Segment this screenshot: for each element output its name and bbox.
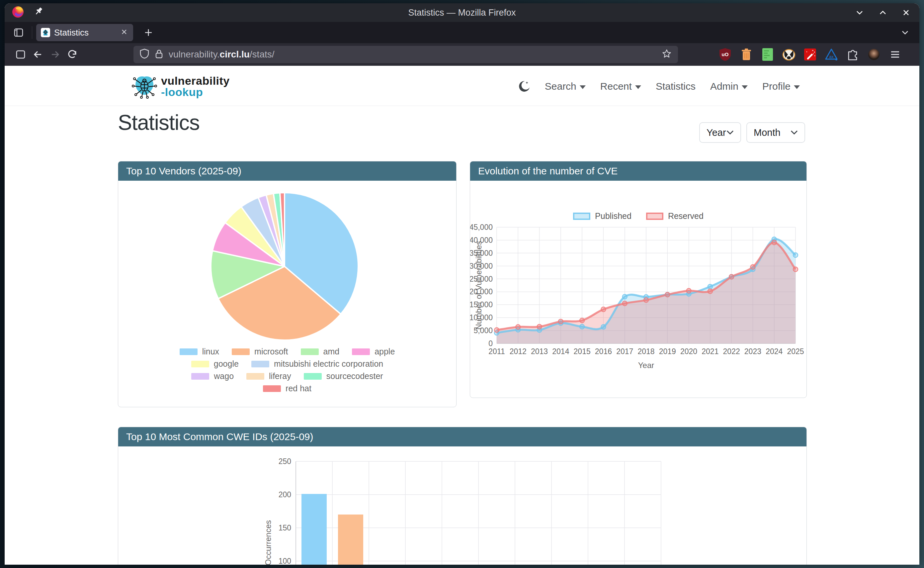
chevron-down-icon <box>791 130 798 135</box>
legend-item-amd[interactable]: amd <box>301 347 340 357</box>
legend-swatch <box>191 361 209 367</box>
maximize-button[interactable] <box>876 6 889 19</box>
minimize-button[interactable] <box>853 6 866 19</box>
card-top-cwe: Top 10 Most Common CWE IDs (2025-09) 250… <box>118 427 807 565</box>
card-top-vendors-title: Top 10 Vendors (2025-09) <box>118 162 456 181</box>
month-select[interactable]: Month <box>746 122 805 143</box>
bookmark-star-icon[interactable] <box>662 48 672 60</box>
page-title: Statistics <box>118 110 199 135</box>
new-tab-button[interactable] <box>140 24 157 41</box>
nav-item-recent[interactable]: Recent <box>600 81 641 92</box>
svg-text:2023: 2023 <box>745 347 761 356</box>
svg-text:2015: 2015 <box>574 347 591 356</box>
legend-item-microsoft[interactable]: microsoft <box>232 347 288 357</box>
red-wand-extension-icon[interactable] <box>803 47 817 62</box>
reload-button[interactable] <box>64 47 81 62</box>
legend-swatch <box>179 349 197 355</box>
caret-down-icon <box>742 85 748 89</box>
svg-text:2024: 2024 <box>766 347 782 356</box>
svg-text:2011: 2011 <box>488 347 505 356</box>
legend-label: liferay <box>269 372 291 381</box>
sidebar-toggle-icon[interactable] <box>12 47 29 62</box>
sidebar-launcher-icon[interactable] <box>10 24 27 41</box>
svg-text:2018: 2018 <box>638 347 654 356</box>
svg-text:ax: ax <box>829 54 834 59</box>
svg-text:2012: 2012 <box>509 347 526 356</box>
legend-item-apple[interactable]: apple <box>352 347 395 357</box>
bar-cwe-1 <box>301 494 327 565</box>
account-avatar[interactable] <box>867 47 881 62</box>
svg-text:2020: 2020 <box>680 347 697 356</box>
page-content: vulnerability -lookup SearchRecentStatis… <box>5 66 919 565</box>
legend-item-google[interactable]: google <box>191 359 239 369</box>
cve-chart-legend: PublishedReserved <box>470 211 806 221</box>
legend-label: apple <box>374 347 395 357</box>
caret-down-icon <box>580 85 586 89</box>
card-top-cwe-title: Top 10 Most Common CWE IDs (2025-09) <box>118 427 806 446</box>
legend-label: linux <box>202 347 219 357</box>
theme-toggle-moon-icon[interactable] <box>518 80 530 93</box>
legend-label: microsoft <box>254 347 288 357</box>
svg-text:Year: Year <box>638 361 654 370</box>
privacy-badger-icon[interactable] <box>782 47 796 62</box>
list-all-tabs-button[interactable] <box>900 22 910 43</box>
trash-extension-icon[interactable] <box>739 47 754 62</box>
svg-text:Number of Vulnerabilities: Number of Vulnerabilities <box>474 241 483 329</box>
legend-item-sourcecodester[interactable]: sourcecodester <box>304 372 383 381</box>
legend-swatch <box>573 213 590 220</box>
svg-text:2019: 2019 <box>659 347 676 356</box>
ublock-origin-icon[interactable]: uO <box>718 47 733 62</box>
forward-button[interactable] <box>47 47 64 62</box>
site-logo[interactable]: vulnerability -lookup <box>131 73 230 100</box>
nav-item-admin[interactable]: Admin <box>710 81 748 92</box>
legend-item-red-hat[interactable]: red hat <box>263 384 311 393</box>
app-menu-hamburger-icon[interactable] <box>888 47 903 62</box>
nav-item-statistics[interactable]: Statistics <box>656 81 696 92</box>
legend-item-mitsubishi-electric-corporation[interactable]: mitsubishi electric corporation <box>251 359 383 369</box>
puzzle-extensions-icon[interactable] <box>845 47 860 62</box>
green-notes-extension-icon[interactable] <box>760 47 775 62</box>
firefox-logo-icon <box>11 5 24 20</box>
tab-divider <box>32 26 32 39</box>
site-header: vulnerability -lookup SearchRecentStatis… <box>131 70 800 102</box>
caret-down-icon <box>635 85 641 89</box>
legend-swatch <box>301 349 319 355</box>
pin-icon[interactable] <box>33 6 44 19</box>
vendors-pie-legend: linuxmicrosoftamdapplegooglemitsubishi e… <box>118 347 456 393</box>
url-bar[interactable]: vulnerability.circl.lu/stats/ <box>133 46 678 63</box>
legend-item-reserved[interactable]: Reserved <box>646 211 704 221</box>
year-select[interactable]: Year <box>699 122 741 143</box>
nav-item-profile[interactable]: Profile <box>762 81 800 92</box>
svg-text:2014: 2014 <box>552 347 569 356</box>
window-titlebar: Statistics — Mozilla Firefox <box>5 3 919 22</box>
legend-label: wago <box>214 372 234 381</box>
legend-swatch <box>263 385 281 392</box>
legend-swatch <box>251 361 269 367</box>
legend-label: red hat <box>285 384 311 393</box>
legend-label: Published <box>595 211 632 221</box>
tracking-protection-shield-icon[interactable] <box>139 48 149 60</box>
svg-text:250: 250 <box>279 457 291 466</box>
tab-statistics[interactable]: Statistics <box>36 24 133 41</box>
legend-swatch <box>646 213 663 220</box>
tab-bar: Statistics <box>5 22 919 43</box>
svg-text:0: 0 <box>488 339 493 348</box>
card-cve-evolution: Evolution of the number of CVE Published… <box>470 161 807 398</box>
chevron-down-icon <box>727 130 734 135</box>
legend-item-liferay[interactable]: liferay <box>246 372 291 381</box>
site-logo-text: vulnerability -lookup <box>161 75 230 98</box>
legend-label: google <box>214 359 239 369</box>
tab-close-icon[interactable] <box>120 27 128 38</box>
back-button[interactable] <box>29 47 47 62</box>
legend-item-linux[interactable]: linux <box>179 347 219 357</box>
legend-item-wago[interactable]: wago <box>191 372 234 381</box>
nav-item-search[interactable]: Search <box>545 81 586 92</box>
window-title: Statistics — Mozilla Firefox <box>5 8 919 18</box>
legend-label: mitsubishi electric corporation <box>274 359 383 369</box>
url-text: vulnerability.circl.lu/stats/ <box>169 49 274 60</box>
close-window-button[interactable] <box>900 6 913 19</box>
desktop-background: Statistics — Mozilla Firefox Statistics <box>0 0 924 568</box>
legend-item-published[interactable]: Published <box>573 211 632 221</box>
axe-devtools-icon[interactable]: ax <box>824 47 839 62</box>
legend-swatch <box>352 349 370 355</box>
